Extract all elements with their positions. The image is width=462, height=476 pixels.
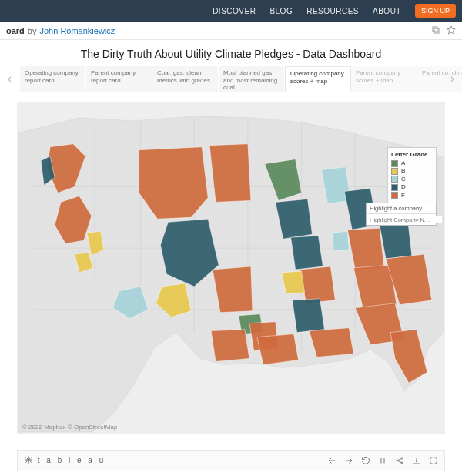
legend-label: A — [401, 159, 405, 167]
copy-icon[interactable] — [431, 25, 440, 36]
signup-button[interactable]: SIGN UP — [415, 4, 456, 18]
legend-swatch — [391, 168, 398, 175]
svg-point-14 — [401, 458, 403, 459]
author-link[interactable]: John Romankiewicz — [39, 26, 115, 35]
sub-header: oard by John Romankiewicz — [0, 22, 462, 40]
tab-3[interactable]: Most planned gas and most remaining coal — [219, 66, 285, 92]
map-region-7[interactable] — [209, 144, 251, 203]
map-region-30[interactable] — [332, 231, 349, 251]
legend-entry-B[interactable]: B — [391, 167, 433, 175]
search-icon[interactable] — [444, 216, 445, 223]
legend-swatch — [391, 160, 398, 167]
tabs-scroll-right[interactable] — [445, 72, 459, 86]
legend-swatch — [391, 184, 398, 191]
legend-box: Letter Grade ABCDF — [387, 147, 437, 205]
map-attribution: © 2022 Mapbox © OpenStreetMap — [22, 424, 117, 431]
map-region-15[interactable] — [291, 236, 323, 270]
map-region-16[interactable] — [300, 266, 336, 303]
legend-entry-F[interactable]: F — [391, 192, 433, 199]
legend-entry-D[interactable]: D — [391, 183, 433, 191]
legend-label: F — [401, 192, 405, 199]
svg-line-17 — [398, 461, 401, 463]
legend-swatch — [391, 176, 398, 183]
favorite-icon[interactable] — [447, 25, 456, 36]
viz-title-fragment: oard — [6, 26, 25, 35]
nav-discover[interactable]: DISCOVER — [213, 7, 256, 15]
tabs-scroll-left[interactable] — [3, 72, 17, 86]
top-nav: DISCOVER BLOG RESOURCES ABOUT SIGN UP — [0, 0, 462, 22]
svg-point-3 — [444, 216, 445, 220]
map-viz[interactable]: Letter Grade ABCDF Highlight a company ©… — [17, 102, 445, 434]
tab-1[interactable]: Parent company report card — [86, 66, 152, 92]
map-region-26[interactable] — [310, 328, 354, 357]
legend-swatch — [391, 192, 398, 199]
fullscreen-icon[interactable] — [429, 456, 438, 465]
legend-label: D — [401, 183, 406, 191]
tableau-logo: t a b l e a u — [24, 455, 105, 466]
tabs-strip: Operating company report cardParent comp… — [0, 66, 462, 92]
map-region-27[interactable] — [257, 334, 299, 365]
highlight-panel: Highlight a company — [366, 203, 437, 226]
nav-blog[interactable]: BLOG — [270, 7, 293, 15]
pause-icon[interactable] — [378, 456, 387, 465]
legend-label: C — [401, 176, 406, 183]
svg-rect-1 — [433, 27, 437, 32]
legend-entry-A[interactable]: A — [391, 159, 433, 167]
tab-0[interactable]: Operating company report card — [20, 66, 86, 92]
by-label: by — [28, 26, 37, 35]
legend-label: B — [401, 167, 405, 175]
download-icon[interactable] — [412, 456, 421, 465]
undo-icon[interactable] — [327, 456, 336, 465]
revert-icon[interactable] — [361, 456, 370, 465]
svg-point-13 — [397, 460, 398, 461]
map-region-28[interactable] — [211, 330, 249, 362]
tab-4[interactable]: Operating company scores + map — [285, 66, 351, 92]
svg-rect-0 — [434, 28, 439, 33]
highlight-search-input[interactable] — [370, 216, 442, 223]
nav-about[interactable]: ABOUT — [373, 7, 401, 15]
tab-2[interactable]: Coal, gas, clean metrics with grades — [152, 66, 219, 92]
tableau-toolbar: t a b l e a u — [17, 450, 445, 471]
choropleth-map[interactable] — [18, 102, 444, 434]
svg-point-15 — [401, 462, 403, 464]
share-icon[interactable] — [395, 456, 404, 465]
redo-icon[interactable] — [344, 456, 353, 465]
svg-marker-2 — [447, 26, 455, 34]
legend-entry-C[interactable]: C — [391, 176, 433, 183]
dashboard-title: The Dirty Truth About Utility Climate Pl… — [0, 40, 462, 66]
svg-line-16 — [398, 459, 401, 461]
map-region-17[interactable] — [293, 299, 325, 333]
nav-resources[interactable]: RESOURCES — [306, 7, 359, 15]
legend-title: Letter Grade — [391, 151, 433, 158]
tab-5[interactable]: Parent company scores + map — [351, 66, 417, 92]
highlight-title: Highlight a company — [367, 203, 436, 214]
